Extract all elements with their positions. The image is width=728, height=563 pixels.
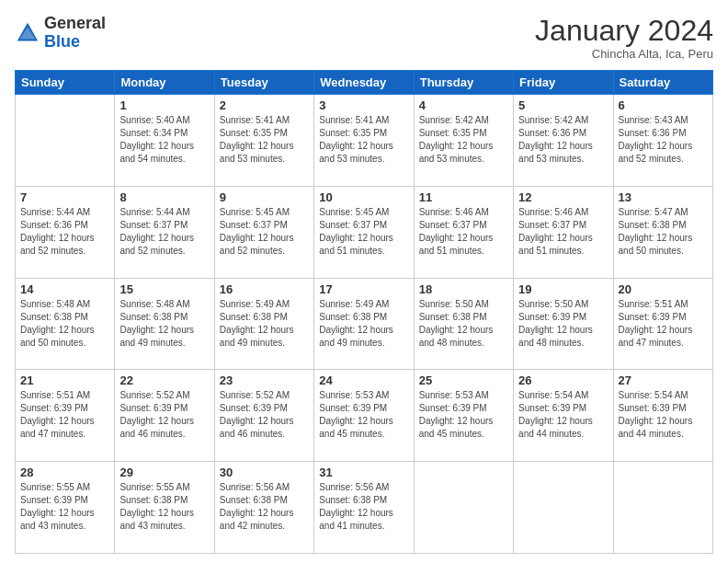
table-cell: 19Sunrise: 5:50 AM Sunset: 6:39 PM Dayli… [514,278,613,370]
table-cell: 11Sunrise: 5:46 AM Sunset: 6:37 PM Dayli… [414,186,513,278]
table-cell: 15Sunrise: 5:48 AM Sunset: 6:38 PM Dayli… [115,278,214,370]
day-info: Sunrise: 5:56 AM Sunset: 6:38 PM Dayligh… [220,481,309,533]
day-number: 12 [518,190,608,204]
table-cell: 2Sunrise: 5:41 AM Sunset: 6:35 PM Daylig… [214,95,313,187]
table-cell: 8Sunrise: 5:44 AM Sunset: 6:37 PM Daylig… [115,186,214,278]
day-number: 28 [20,465,109,479]
day-number: 15 [119,282,209,296]
day-number: 6 [619,98,708,112]
day-number: 5 [518,98,608,112]
day-number: 31 [319,465,408,479]
week-row-5: 28Sunrise: 5:55 AM Sunset: 6:39 PM Dayli… [16,462,713,554]
table-cell: 6Sunrise: 5:43 AM Sunset: 6:36 PM Daylig… [613,95,712,187]
table-cell: 29Sunrise: 5:55 AM Sunset: 6:38 PM Dayli… [115,462,214,554]
day-number: 22 [119,373,209,387]
location: Chincha Alta, Ica, Peru [535,47,713,61]
table-cell: 14Sunrise: 5:48 AM Sunset: 6:38 PM Dayli… [16,278,115,370]
day-info: Sunrise: 5:46 AM Sunset: 6:37 PM Dayligh… [518,206,608,258]
day-info: Sunrise: 5:41 AM Sunset: 6:35 PM Dayligh… [220,114,309,166]
day-info: Sunrise: 5:53 AM Sunset: 6:39 PM Dayligh… [319,389,408,441]
day-number: 4 [419,98,508,112]
table-cell: 20Sunrise: 5:51 AM Sunset: 6:39 PM Dayli… [613,278,712,370]
week-row-1: 1Sunrise: 5:40 AM Sunset: 6:34 PM Daylig… [16,95,713,187]
day-info: Sunrise: 5:56 AM Sunset: 6:38 PM Dayligh… [319,481,408,533]
table-cell [16,95,115,187]
table-cell: 3Sunrise: 5:41 AM Sunset: 6:35 PM Daylig… [314,95,414,187]
table-cell: 31Sunrise: 5:56 AM Sunset: 6:38 PM Dayli… [314,462,414,554]
day-info: Sunrise: 5:43 AM Sunset: 6:36 PM Dayligh… [619,114,708,166]
day-number: 14 [20,282,109,296]
week-row-2: 7Sunrise: 5:44 AM Sunset: 6:36 PM Daylig… [16,186,713,278]
logo-icon [15,20,40,46]
table-cell: 30Sunrise: 5:56 AM Sunset: 6:38 PM Dayli… [214,462,313,554]
col-tuesday: Tuesday [214,71,313,95]
day-number: 20 [619,282,708,296]
col-friday: Friday [514,71,613,95]
day-number: 21 [20,373,109,387]
day-info: Sunrise: 5:44 AM Sunset: 6:36 PM Dayligh… [20,206,109,258]
col-saturday: Saturday [613,71,712,95]
col-wednesday: Wednesday [314,71,414,95]
day-number: 19 [518,282,608,296]
table-cell: 28Sunrise: 5:55 AM Sunset: 6:39 PM Dayli… [16,462,115,554]
day-info: Sunrise: 5:53 AM Sunset: 6:39 PM Dayligh… [419,389,508,441]
day-number: 11 [419,190,508,204]
day-info: Sunrise: 5:52 AM Sunset: 6:39 PM Dayligh… [220,389,309,441]
table-cell: 23Sunrise: 5:52 AM Sunset: 6:39 PM Dayli… [214,370,313,462]
table-cell: 13Sunrise: 5:47 AM Sunset: 6:38 PM Dayli… [613,186,712,278]
day-info: Sunrise: 5:50 AM Sunset: 6:39 PM Dayligh… [518,298,608,350]
day-info: Sunrise: 5:51 AM Sunset: 6:39 PM Dayligh… [20,389,109,441]
table-cell: 9Sunrise: 5:45 AM Sunset: 6:37 PM Daylig… [214,186,313,278]
day-info: Sunrise: 5:51 AM Sunset: 6:39 PM Dayligh… [619,298,708,350]
day-number: 1 [119,98,209,112]
table-cell: 18Sunrise: 5:50 AM Sunset: 6:38 PM Dayli… [414,278,513,370]
day-number: 13 [619,190,708,204]
day-number: 16 [220,282,309,296]
week-row-3: 14Sunrise: 5:48 AM Sunset: 6:38 PM Dayli… [16,278,713,370]
day-info: Sunrise: 5:45 AM Sunset: 6:37 PM Dayligh… [319,206,408,258]
day-number: 17 [319,282,408,296]
col-sunday: Sunday [16,71,115,95]
table-cell: 27Sunrise: 5:54 AM Sunset: 6:39 PM Dayli… [613,370,712,462]
day-info: Sunrise: 5:54 AM Sunset: 6:39 PM Dayligh… [619,389,708,441]
day-info: Sunrise: 5:55 AM Sunset: 6:39 PM Dayligh… [20,481,109,533]
day-number: 29 [119,465,209,479]
table-cell: 17Sunrise: 5:49 AM Sunset: 6:38 PM Dayli… [314,278,414,370]
day-number: 26 [518,373,608,387]
col-monday: Monday [115,71,214,95]
day-number: 10 [319,190,408,204]
day-info: Sunrise: 5:44 AM Sunset: 6:37 PM Dayligh… [119,206,209,258]
table-cell: 25Sunrise: 5:53 AM Sunset: 6:39 PM Dayli… [414,370,513,462]
table-cell: 4Sunrise: 5:42 AM Sunset: 6:35 PM Daylig… [414,95,513,187]
day-info: Sunrise: 5:42 AM Sunset: 6:36 PM Dayligh… [518,114,608,166]
day-number: 30 [220,465,309,479]
table-cell: 26Sunrise: 5:54 AM Sunset: 6:39 PM Dayli… [514,370,613,462]
col-thursday: Thursday [414,71,513,95]
table-cell: 16Sunrise: 5:49 AM Sunset: 6:38 PM Dayli… [214,278,313,370]
day-number: 25 [419,373,508,387]
table-cell: 24Sunrise: 5:53 AM Sunset: 6:39 PM Dayli… [314,370,414,462]
table-cell: 21Sunrise: 5:51 AM Sunset: 6:39 PM Dayli… [16,370,115,462]
logo-text: General Blue [44,15,106,52]
day-number: 2 [220,98,309,112]
day-info: Sunrise: 5:45 AM Sunset: 6:37 PM Dayligh… [220,206,309,258]
day-info: Sunrise: 5:42 AM Sunset: 6:35 PM Dayligh… [419,114,508,166]
day-info: Sunrise: 5:49 AM Sunset: 6:38 PM Dayligh… [319,298,408,350]
day-number: 3 [319,98,408,112]
week-row-4: 21Sunrise: 5:51 AM Sunset: 6:39 PM Dayli… [16,370,713,462]
logo: General Blue [15,15,106,52]
table-cell [514,462,613,554]
page: General Blue January 2024 Chincha Alta, … [0,0,728,563]
header-row: Sunday Monday Tuesday Wednesday Thursday… [16,71,713,95]
day-number: 23 [220,373,309,387]
day-number: 24 [319,373,408,387]
table-cell [414,462,513,554]
month-title: January 2024 [535,15,713,47]
table-cell [613,462,712,554]
table-cell: 1Sunrise: 5:40 AM Sunset: 6:34 PM Daylig… [115,95,214,187]
calendar: Sunday Monday Tuesday Wednesday Thursday… [15,70,713,554]
day-number: 27 [619,373,708,387]
logo-blue: Blue [44,32,80,51]
table-cell: 22Sunrise: 5:52 AM Sunset: 6:39 PM Dayli… [115,370,214,462]
day-info: Sunrise: 5:41 AM Sunset: 6:35 PM Dayligh… [319,114,408,166]
